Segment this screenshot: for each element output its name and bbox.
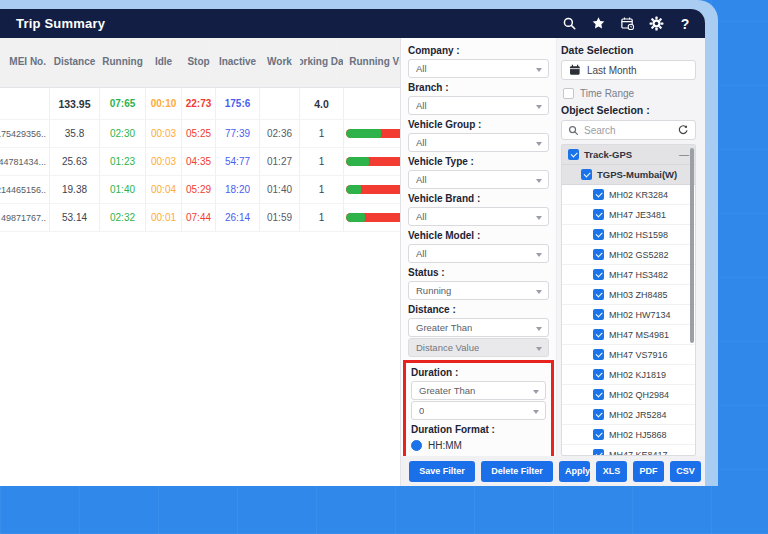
object-selection-label: Object Selection : xyxy=(561,104,696,116)
refresh-icon[interactable] xyxy=(677,124,689,136)
chevron-down-icon xyxy=(536,253,542,257)
col-running: Running xyxy=(100,38,146,87)
vehicle-item[interactable]: MH02 HJ5868 xyxy=(562,425,695,445)
xls-button[interactable]: XLS xyxy=(596,461,627,482)
duration-value-select[interactable]: 0 xyxy=(411,401,546,420)
page-title: Trip Summary xyxy=(16,16,105,31)
vehicle-label: MH03 ZH8485 xyxy=(609,290,668,300)
summary-work xyxy=(260,88,300,119)
vehicle-model-select[interactable]: All xyxy=(408,244,549,263)
vehicle-checkbox[interactable] xyxy=(593,209,604,220)
schedule-calendar-icon[interactable] xyxy=(619,16,635,32)
vehicle-label: MH02 KJ1819 xyxy=(609,370,666,380)
chevron-down-icon xyxy=(536,327,542,331)
vehicle-checkbox[interactable] xyxy=(593,309,604,320)
vehicle-item[interactable]: MH47 JE3481 xyxy=(562,205,695,225)
help-icon[interactable]: ? xyxy=(677,16,693,32)
vehicle-item[interactable]: MH03 ZH8485 xyxy=(562,285,695,305)
search-icon[interactable] xyxy=(561,16,577,32)
vehicle-checkbox[interactable] xyxy=(593,289,604,300)
chevron-down-icon xyxy=(536,216,542,220)
col-stop: Stop xyxy=(182,38,216,87)
save-filter-button[interactable]: Save Filter xyxy=(409,461,475,482)
vehicle-group-label: Vehicle Group : xyxy=(408,119,549,130)
vehicle-checkbox[interactable] xyxy=(593,229,604,240)
date-range-value: Last Month xyxy=(587,65,636,76)
chevron-down-icon xyxy=(536,290,542,294)
csv-button[interactable]: CSV xyxy=(670,461,701,482)
summary-inactive: 175:6 xyxy=(216,88,260,119)
tree-subgroup-row[interactable]: TGPS-Mumbai(W) xyxy=(562,165,695,185)
collapse-icon[interactable]: — xyxy=(679,149,689,160)
vehicle-checkbox[interactable] xyxy=(593,429,604,440)
vehicle-item[interactable]: MH02 HS1598 xyxy=(562,225,695,245)
vehicle-item[interactable]: MH02 GS5282 xyxy=(562,245,695,265)
vehicle-checkbox[interactable] xyxy=(593,449,604,456)
col-inactive: Inactive xyxy=(216,38,260,87)
vehicle-item[interactable]: MH02 QH2984 xyxy=(562,385,695,405)
cell-imei: 175429356.. xyxy=(0,120,50,147)
vehicle-item[interactable]: MH47 HS3482 xyxy=(562,265,695,285)
col-idle: Idle xyxy=(146,38,182,87)
vehicle-item[interactable]: MH02 KJ1819 xyxy=(562,365,695,385)
tree-group-row[interactable]: Track-GPS — xyxy=(562,145,695,165)
vehicle-checkbox[interactable] xyxy=(593,409,604,420)
chevron-down-icon xyxy=(536,105,542,109)
running-vs-stop-bar xyxy=(346,129,400,138)
table-header-row: MEI No. Distance Running Idle Stop Inact… xyxy=(0,38,400,88)
group-checkbox[interactable] xyxy=(568,149,579,160)
vehicle-label: MH02 HS1598 xyxy=(609,230,668,240)
apply-button[interactable]: Apply xyxy=(559,461,590,482)
vehicle-item[interactable]: MH47 VS7916 xyxy=(562,345,695,365)
company-select[interactable]: All xyxy=(408,59,549,78)
duration-operator-select[interactable]: Greater Than xyxy=(411,381,546,400)
status-select[interactable]: Running xyxy=(408,281,549,300)
tree-scrollbar[interactable] xyxy=(690,148,694,343)
vehicle-checkbox[interactable] xyxy=(593,389,604,400)
subgroup-checkbox[interactable] xyxy=(581,169,592,180)
branch-select[interactable]: All xyxy=(408,96,549,115)
vehicle-brand-select[interactable]: All xyxy=(408,207,549,226)
vehicle-item[interactable]: MH47 KE8417 xyxy=(562,445,695,456)
time-range-row[interactable]: Time Range xyxy=(563,88,696,99)
side-area: Company : All Branch : All Vehicle Group… xyxy=(400,38,705,486)
vehicle-item[interactable]: MH47 MS4981 xyxy=(562,325,695,345)
favorites-star-icon[interactable] xyxy=(590,16,606,32)
duration-format-label: Duration Format : xyxy=(411,424,546,435)
vehicle-checkbox[interactable] xyxy=(593,269,604,280)
object-search-input[interactable] xyxy=(584,125,672,136)
vehicle-label: MH02 HJ5868 xyxy=(609,430,667,440)
calendar-icon xyxy=(569,64,581,76)
summary-running: 07:65 xyxy=(100,88,146,119)
distance-operator-select[interactable]: Greater Than xyxy=(408,318,549,337)
vehicle-checkbox[interactable] xyxy=(593,369,604,380)
vehicle-checkbox[interactable] xyxy=(593,249,604,260)
vehicle-item[interactable]: MH02 KR3284 xyxy=(562,185,695,205)
distance-label: Distance : xyxy=(408,304,549,315)
distance-value-select[interactable]: Distance Value xyxy=(408,338,549,357)
settings-gear-icon[interactable] xyxy=(648,16,664,32)
radio-hhmm[interactable] xyxy=(411,440,422,451)
pdf-button[interactable]: PDF xyxy=(633,461,664,482)
desktop-background: Trip Summary ? xyxy=(0,0,768,534)
time-range-checkbox[interactable] xyxy=(563,88,574,99)
vehicle-checkbox[interactable] xyxy=(593,349,604,360)
vehicle-item[interactable]: MH02 HW7134 xyxy=(562,305,695,325)
chevron-down-icon xyxy=(533,410,539,414)
search-icon xyxy=(568,125,579,136)
vehicle-group-select[interactable]: All xyxy=(408,133,549,152)
delete-filter-button[interactable]: Delete Filter xyxy=(481,461,553,482)
object-selection-panel: Date Selection Last Month Time Range Obj… xyxy=(557,38,705,456)
object-tree: Track-GPS — TGPS-Mumbai(W) MH02 KR3284 M… xyxy=(561,144,696,456)
vehicle-label: MH47 KE8417 xyxy=(609,450,668,457)
vehicle-label: MH02 JR5284 xyxy=(609,410,667,420)
vehicle-checkbox[interactable] xyxy=(593,329,604,340)
vehicle-label: MH47 JE3481 xyxy=(609,210,666,220)
vehicle-type-select[interactable]: All xyxy=(408,170,549,189)
vehicle-item[interactable]: MH02 JR5284 xyxy=(562,405,695,425)
chevron-down-icon xyxy=(536,179,542,183)
vehicle-checkbox[interactable] xyxy=(593,189,604,200)
vehicle-type-label: Vehicle Type : xyxy=(408,156,549,167)
table-row: 44781434... 25.63 01:23 00:03 04:35 54:7… xyxy=(0,148,400,176)
date-range-field[interactable]: Last Month xyxy=(561,60,696,80)
